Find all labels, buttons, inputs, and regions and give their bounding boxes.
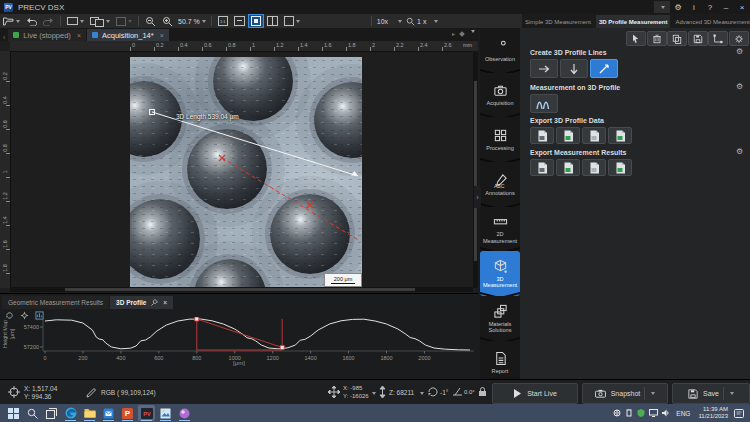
ruler-tick-label: 0.2 (2, 69, 8, 83)
notification-center-icon[interactable] (734, 409, 744, 418)
results-tab[interactable]: 3D Profile× (110, 296, 173, 309)
language-indicator[interactable]: ENG (676, 410, 690, 417)
view-fit-width-button[interactable] (232, 15, 247, 27)
measurement-tab[interactable]: Simple 3D Measurement (522, 15, 594, 28)
ruler-tick-label: 1.2 (2, 189, 8, 203)
workflow-sidebar: ObservationAcquisitionProcessingABCAnnot… (480, 28, 520, 386)
export-csv-button[interactable] (530, 127, 554, 144)
results-tab[interactable]: Geometric Measurement Results (2, 296, 109, 309)
sidebar-item-2d-measurement[interactable]: 2D Measurement (480, 207, 520, 252)
panel-splitter-handle[interactable] (228, 286, 234, 293)
sidebar-expander[interactable]: › (474, 186, 481, 208)
taskbar-clock[interactable]: 11:39 AM11/21/2023 (698, 406, 728, 421)
view-tile-button[interactable] (265, 15, 280, 27)
settings-icon[interactable]: ⚙ (670, 1, 686, 13)
export-results-settings-icon[interactable]: ⚙ (736, 147, 743, 156)
zoom-out-button[interactable] (143, 15, 158, 27)
copy-tool-button[interactable] (667, 31, 687, 46)
profile-chart[interactable]: 5740057200020040060080010001200140016001… (0, 317, 478, 363)
taskbar-edge-icon[interactable] (62, 405, 79, 421)
measure-settings-icon[interactable]: ⚙ (736, 82, 743, 91)
taskbar-powerpoint-icon[interactable]: P (119, 405, 136, 421)
export-csv-button[interactable] (530, 159, 554, 176)
sidebar-item-materials-solutions[interactable]: Materials Solutions (480, 296, 520, 341)
info-icon[interactable]: i (686, 1, 702, 13)
taskbar-precv-icon[interactable]: PV (138, 405, 155, 421)
zoom-in-button[interactable] (160, 15, 175, 27)
taskbar-viewer-icon[interactable] (176, 405, 193, 421)
taskbar-taskview-icon[interactable] (43, 405, 60, 421)
speaker-icon[interactable] (662, 409, 670, 417)
sidebar-item-processing[interactable]: Processing (480, 117, 520, 162)
lock-icon[interactable] (478, 386, 487, 397)
export-xml-button[interactable] (608, 127, 632, 144)
select-tool-button[interactable] (626, 31, 646, 46)
measurement-tab[interactable]: 3D Profile Measurement (596, 15, 670, 28)
network-icon[interactable] (613, 409, 621, 417)
export-xlsx-button[interactable] (556, 159, 580, 176)
select-region-button[interactable] (65, 15, 86, 27)
create-line-diagonal-button[interactable] (590, 59, 618, 78)
export-txt-button[interactable] (582, 127, 606, 144)
sidebar-item-acquisition[interactable]: Acquisition (480, 73, 520, 118)
zoom-percent-select[interactable]: 50.7 % (178, 18, 206, 25)
pin-icon[interactable] (146, 299, 158, 306)
sidebar-item-observation[interactable]: Observation (480, 28, 520, 73)
titlebar-chevron-icon[interactable] (654, 1, 670, 13)
help-icon[interactable]: ? (702, 1, 718, 13)
open-file-button[interactable] (1, 15, 22, 27)
delete-tool-button[interactable] (647, 31, 667, 46)
taskbar-explorer-icon[interactable] (81, 405, 98, 421)
close-tab-icon[interactable]: × (160, 32, 164, 39)
export-xml-button[interactable] (608, 159, 632, 176)
measurement-tab[interactable]: Advanced 3D Measurement (672, 15, 750, 28)
view-overlay-button[interactable] (282, 15, 302, 27)
close-tab-icon[interactable]: × (77, 32, 81, 39)
snapshot-button[interactable]: Snapshot (582, 383, 668, 404)
export-xlsx-button[interactable] (556, 127, 580, 144)
horizontal-scrollbar[interactable] (10, 287, 473, 292)
create-lines-settings-icon[interactable]: ⚙ (736, 47, 743, 56)
start-live-button[interactable]: Start Live (492, 383, 578, 404)
measurement-overlay[interactable] (130, 57, 362, 287)
options-tool-button[interactable] (729, 31, 749, 46)
save-dropdown-icon[interactable] (730, 392, 734, 395)
vertical-scrollbar[interactable] (473, 51, 478, 288)
microscope-image[interactable]: 3D Length 539.04 μm 200 μm (130, 57, 362, 287)
measurement-tab-bar: Simple 3D Measurement3D Profile Measurem… (522, 14, 750, 28)
tab-scroll-left-icon[interactable]: ‹ (3, 34, 5, 41)
paste-button[interactable] (114, 15, 134, 27)
copy-image-button[interactable] (88, 15, 112, 27)
export-txt-button[interactable] (582, 159, 606, 176)
redo-button[interactable] (41, 15, 56, 27)
taskbar-photos-icon[interactable] (157, 405, 174, 421)
digital-zoom-select[interactable]: 1 x (406, 17, 438, 26)
display-icon[interactable] (649, 409, 658, 417)
undo-button[interactable] (24, 15, 39, 27)
minimize-button[interactable]: – (718, 1, 734, 13)
sidebar-item-annotations[interactable]: ABCAnnotations (480, 162, 520, 207)
save-button[interactable]: Save (672, 383, 750, 404)
document-tab[interactable]: Acquisition_14*× (87, 29, 169, 41)
create-line-vertical-button[interactable] (560, 59, 588, 78)
sidebar-item-3d-measurement[interactable]: 3D Measurement (480, 251, 520, 296)
close-tab-icon[interactable]: × (163, 299, 167, 306)
close-button[interactable]: × (734, 1, 750, 13)
peak-measurement-button[interactable] (530, 94, 558, 113)
security-shield-icon[interactable] (637, 409, 645, 417)
taskbar-start-icon[interactable] (5, 405, 22, 421)
create-line-horizontal-button[interactable] (530, 59, 558, 78)
viewer-corner-tools[interactable]: ▸ (452, 30, 475, 37)
polyline-tool-button[interactable] (708, 31, 728, 46)
save-tool-button[interactable] (688, 31, 708, 46)
view-actual-size-button[interactable]: 1:1 (216, 15, 230, 27)
document-tab[interactable]: Live (stopped)× (8, 29, 86, 41)
stage-dropdown-icon[interactable] (372, 392, 376, 395)
view-fit-screen-button[interactable] (249, 15, 263, 27)
objective-select[interactable]: 10x (377, 18, 402, 25)
z-dropdown-icon[interactable] (420, 392, 424, 395)
snapshot-dropdown-icon[interactable] (651, 392, 655, 395)
taskbar-mail-icon[interactable] (100, 405, 117, 421)
taskbar-search-icon[interactable] (24, 405, 41, 421)
usb-icon[interactable] (625, 409, 633, 417)
